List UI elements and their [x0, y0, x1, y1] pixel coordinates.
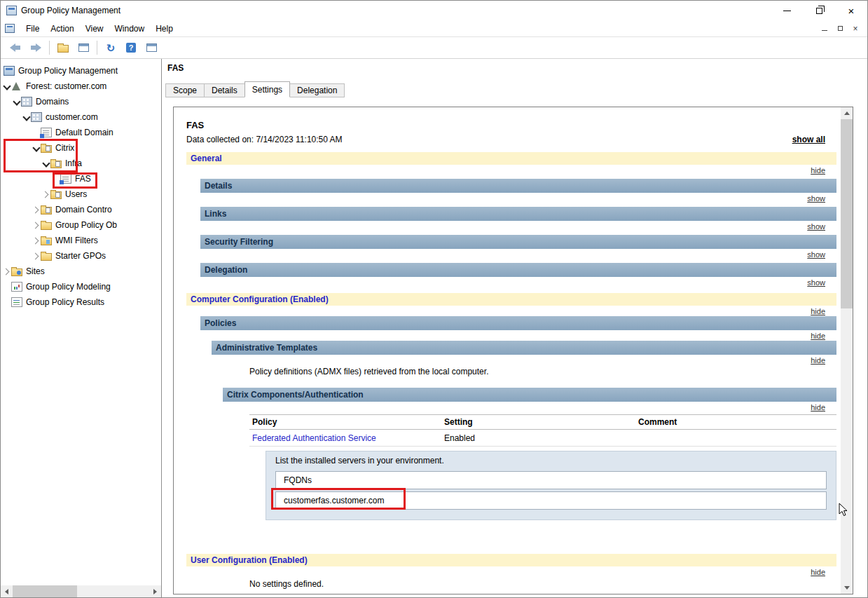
report-vertical-scrollbar[interactable] — [841, 107, 853, 594]
tree-horizontal-scrollbar[interactable] — [1, 585, 161, 597]
policy-table-header: Policy Setting Comment — [249, 414, 836, 430]
gpmc-app-icon — [6, 6, 17, 15]
menu-action[interactable]: Action — [45, 22, 79, 36]
section-delegation: Delegation — [200, 263, 836, 277]
hide-link[interactable]: hide — [811, 166, 825, 175]
toggle-line-links: show — [200, 221, 836, 231]
data-collected-text: Data collected on: 7/14/2023 11:10:50 AM — [186, 135, 343, 144]
starter-gpos-folder-icon — [41, 253, 52, 261]
show-console-tree-button[interactable] — [54, 39, 72, 56]
ou-icon — [50, 191, 62, 199]
report-title: FAS — [186, 120, 836, 131]
scroll-right-icon — [153, 589, 157, 594]
menu-window[interactable]: Window — [109, 22, 151, 36]
hide-link[interactable]: hide — [811, 356, 825, 365]
tree-item-group-policy-results[interactable]: Group Policy Results — [1, 294, 161, 310]
properties-button[interactable] — [142, 39, 160, 56]
tab-delegation[interactable]: Delegation — [289, 83, 345, 97]
toggle-line-policies: hide — [200, 330, 836, 341]
show-link[interactable]: show — [807, 250, 825, 259]
tree-item-group-policy-objects[interactable]: Group Policy Ob — [1, 217, 161, 233]
tree-item-sites[interactable]: Sites — [1, 264, 161, 279]
tree-item-fas[interactable]: FAS — [1, 171, 161, 186]
show-link[interactable]: show — [807, 222, 825, 231]
fqdn-header-label: FQDNs — [284, 475, 312, 485]
column-policy: Policy — [249, 417, 444, 427]
tree-item-customer-com[interactable]: customer.com — [1, 109, 161, 125]
chevron-expanded-icon[interactable] — [2, 82, 11, 91]
tree-item-citrix[interactable]: Citrix — [1, 140, 161, 156]
section-user-configuration: User Configuration (Enabled) — [186, 554, 836, 566]
horizontal-scroll-track[interactable] — [13, 585, 149, 597]
show-all-link[interactable]: show all — [792, 135, 825, 144]
close-button[interactable]: × — [835, 1, 867, 20]
tab-scope[interactable]: Scope — [165, 83, 205, 97]
tree-item-forest[interactable]: Forest: customer.com — [1, 79, 161, 94]
scroll-up-icon — [844, 111, 850, 115]
child-window-controls: × — [817, 22, 863, 35]
hide-link[interactable]: hide — [811, 307, 825, 315]
refresh-button[interactable]: ↻ — [102, 39, 120, 56]
toggle-line-details: show — [200, 193, 836, 203]
policy-link-federated-authentication-service[interactable]: Federated Authentication Service — [249, 433, 444, 443]
help-icon: ? — [126, 43, 136, 53]
forward-arrow-icon — [30, 43, 41, 52]
tab-settings[interactable]: Settings — [244, 81, 290, 97]
admx-note: Policy definitions (ADMX files) retrieve… — [249, 367, 836, 376]
menu-help[interactable]: Help — [150, 22, 179, 36]
vertical-scroll-thumb[interactable] — [841, 119, 853, 308]
horizontal-scroll-thumb[interactable] — [13, 585, 77, 597]
section-general: General — [186, 152, 836, 165]
chevron-collapsed-icon[interactable] — [32, 205, 41, 215]
chevron-collapsed-icon[interactable] — [32, 221, 41, 230]
toggle-line-security-filtering: show — [200, 249, 836, 259]
show-link[interactable]: show — [807, 194, 825, 203]
minimize-icon — [783, 11, 791, 11]
gpo-link-icon — [41, 128, 52, 137]
hide-link[interactable]: hide — [811, 568, 825, 576]
child-close-button[interactable]: × — [848, 22, 863, 35]
minimize-button[interactable] — [771, 1, 803, 20]
scroll-right-button[interactable] — [149, 585, 161, 597]
restore-button[interactable] — [803, 1, 835, 20]
scroll-up-button[interactable] — [841, 107, 853, 119]
scroll-left-button[interactable] — [1, 585, 13, 597]
tree-item-domain-controllers[interactable]: Domain Contro — [1, 202, 161, 217]
tree-item-starter-gpos[interactable]: Starter GPOs — [1, 248, 161, 264]
forward-button[interactable] — [27, 39, 45, 56]
tree-item-group-policy-management[interactable]: Group Policy Management — [1, 63, 161, 79]
tree-item-infra[interactable]: Infra — [1, 156, 161, 171]
child-minimize-button[interactable] — [817, 22, 832, 35]
chevron-collapsed-icon[interactable] — [32, 236, 41, 245]
chevron-expanded-icon[interactable] — [41, 159, 50, 168]
menu-file[interactable]: File — [20, 22, 45, 36]
chevron-collapsed-icon[interactable] — [41, 190, 50, 199]
scroll-down-button[interactable] — [841, 582, 853, 594]
tree-item-users[interactable]: Users — [1, 186, 161, 202]
child-restore-button[interactable] — [832, 22, 848, 35]
tree-item-group-policy-modeling[interactable]: Group Policy Modeling — [1, 279, 161, 294]
tree-item-domains[interactable]: Domains — [1, 94, 161, 109]
tab-details[interactable]: Details — [204, 83, 245, 97]
chevron-expanded-icon[interactable] — [32, 144, 41, 153]
hide-link[interactable]: hide — [811, 332, 825, 340]
hide-link[interactable]: hide — [811, 403, 825, 412]
chevron-collapsed-icon[interactable] — [32, 252, 41, 261]
menu-view[interactable]: View — [80, 22, 109, 36]
section-citrix-components-authentication: Citrix Components/Authentication — [223, 388, 836, 402]
help-button[interactable]: ? — [122, 39, 140, 56]
tree-item-default-domain-policy[interactable]: Default Domain — [1, 125, 161, 140]
chevron-placeholder — [2, 298, 11, 307]
column-comment: Comment — [638, 417, 836, 427]
child-close-icon: × — [853, 25, 857, 33]
tree-item-wmi-filters[interactable]: WMI Filters — [1, 233, 161, 248]
chevron-collapsed-icon[interactable] — [2, 267, 11, 276]
ou-icon — [41, 145, 52, 153]
back-button[interactable] — [6, 39, 25, 56]
scroll-down-icon — [844, 586, 850, 590]
chevron-expanded-icon[interactable] — [22, 113, 31, 122]
export-list-button[interactable] — [74, 39, 92, 56]
toggle-line-computer-configuration: hide — [186, 306, 836, 316]
show-link[interactable]: show — [807, 278, 825, 287]
chevron-expanded-icon[interactable] — [12, 97, 21, 107]
